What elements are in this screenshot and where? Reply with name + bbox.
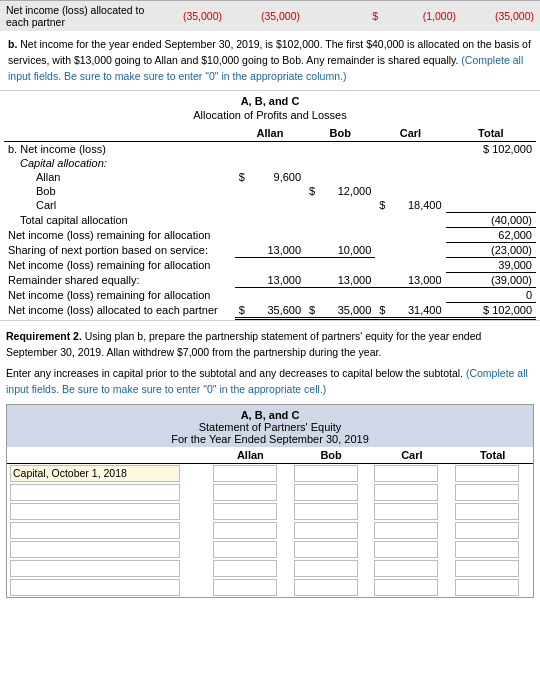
row-allan: 13,000: [235, 272, 305, 287]
edit-total-input[interactable]: [455, 522, 519, 539]
edit-total-cell[interactable]: [452, 521, 533, 540]
edit-allan-cell[interactable]: [210, 483, 291, 502]
edit-allan-input[interactable]: [213, 484, 277, 501]
statement-edit-row[interactable]: [7, 483, 533, 502]
edit-carl-input[interactable]: [374, 503, 438, 520]
table-row: Sharing of next portion based on service…: [4, 242, 536, 257]
enter-note-text: Enter any increases in capital prior to …: [6, 367, 463, 379]
table-row: b. Net income (loss) $ 102,000: [4, 142, 536, 157]
edit-bob-input[interactable]: [294, 541, 358, 558]
edit-total-input[interactable]: [455, 484, 519, 501]
statement-edit-row[interactable]: [7, 559, 533, 578]
stmt-col-total: Total: [452, 447, 533, 464]
edit-allan-cell[interactable]: [210, 502, 291, 521]
edit-label-input[interactable]: [10, 560, 180, 577]
capital-label-input[interactable]: [10, 465, 180, 482]
edit-allan-input[interactable]: [213, 503, 277, 520]
edit-carl-input[interactable]: [374, 579, 438, 596]
statement-edit-row[interactable]: [7, 521, 533, 540]
note-b: b. Net income for the year ended Septemb…: [0, 31, 540, 91]
edit-bob-cell[interactable]: [291, 521, 372, 540]
edit-carl-cell[interactable]: [371, 502, 452, 521]
table-row: Capital allocation:: [4, 156, 536, 170]
table-row: Net income (loss) remaining for allocati…: [4, 227, 536, 242]
edit-label-cell[interactable]: [7, 578, 210, 597]
table-row: Remainder shared equally: 13,000 13,000 …: [4, 272, 536, 287]
statement-edit-row[interactable]: [7, 578, 533, 597]
edit-allan-input[interactable]: [213, 522, 277, 539]
row-carl: $18,400: [375, 198, 445, 212]
edit-bob-input[interactable]: [294, 560, 358, 577]
edit-carl-input[interactable]: [374, 560, 438, 577]
row-total: (39,000): [446, 272, 536, 287]
edit-label-input[interactable]: [10, 484, 180, 501]
row-carl: [375, 142, 445, 157]
row-allan: [235, 227, 305, 242]
edit-label-input[interactable]: [10, 522, 180, 539]
row-total: (23,000): [446, 242, 536, 257]
edit-total-input[interactable]: [455, 541, 519, 558]
edit-total-cell[interactable]: [452, 540, 533, 559]
edit-label-input[interactable]: [10, 541, 180, 558]
statement-capital-row[interactable]: [7, 463, 533, 483]
capital-allan-cell[interactable]: [210, 463, 291, 483]
capital-total-cell[interactable]: [452, 463, 533, 483]
edit-label-cell[interactable]: [7, 483, 210, 502]
edit-bob-input[interactable]: [294, 484, 358, 501]
edit-label-input[interactable]: [10, 579, 180, 596]
edit-carl-cell[interactable]: [371, 540, 452, 559]
statement-edit-row[interactable]: [7, 502, 533, 521]
requirement-2: Requirement 2. Using plan b, prepare the…: [0, 320, 540, 365]
edit-carl-cell[interactable]: [371, 578, 452, 597]
edit-total-cell[interactable]: [452, 502, 533, 521]
statement-edit-row[interactable]: [7, 540, 533, 559]
edit-bob-cell[interactable]: [291, 540, 372, 559]
edit-bob-input[interactable]: [294, 503, 358, 520]
row-bob: [305, 198, 375, 212]
edit-allan-input[interactable]: [213, 560, 277, 577]
statement-title: A, B, and C: [7, 409, 533, 421]
edit-carl-input[interactable]: [374, 522, 438, 539]
edit-allan-cell[interactable]: [210, 540, 291, 559]
edit-total-cell[interactable]: [452, 578, 533, 597]
edit-carl-cell[interactable]: [371, 559, 452, 578]
edit-carl-cell[interactable]: [371, 483, 452, 502]
capital-carl-input[interactable]: [374, 465, 438, 482]
edit-allan-input[interactable]: [213, 541, 277, 558]
row-label: Net income (loss) remaining for allocati…: [4, 257, 235, 272]
edit-carl-input[interactable]: [374, 484, 438, 501]
edit-label-cell[interactable]: [7, 540, 210, 559]
edit-total-input[interactable]: [455, 503, 519, 520]
edit-label-cell[interactable]: [7, 559, 210, 578]
capital-total-input[interactable]: [455, 465, 519, 482]
edit-total-input[interactable]: [455, 560, 519, 577]
edit-label-cell[interactable]: [7, 521, 210, 540]
capital-carl-cell[interactable]: [371, 463, 452, 483]
edit-carl-input[interactable]: [374, 541, 438, 558]
edit-total-input[interactable]: [455, 579, 519, 596]
row-carl: $31,400: [375, 302, 445, 318]
edit-bob-cell[interactable]: [291, 559, 372, 578]
edit-total-cell[interactable]: [452, 559, 533, 578]
edit-label-input[interactable]: [10, 503, 180, 520]
edit-allan-input[interactable]: [213, 579, 277, 596]
capital-bob-input[interactable]: [294, 465, 358, 482]
edit-label-cell[interactable]: [7, 502, 210, 521]
row-bob: 13,000: [305, 272, 375, 287]
edit-total-cell[interactable]: [452, 483, 533, 502]
row-total: (40,000): [446, 212, 536, 227]
stmt-col-allan: Allan: [210, 447, 291, 464]
edit-bob-cell[interactable]: [291, 483, 372, 502]
capital-allan-input[interactable]: [213, 465, 277, 482]
table-row: Allan $9,600: [4, 170, 536, 184]
edit-bob-input[interactable]: [294, 522, 358, 539]
edit-allan-cell[interactable]: [210, 559, 291, 578]
row-label: Net income (loss) remaining for allocati…: [4, 287, 235, 302]
edit-carl-cell[interactable]: [371, 521, 452, 540]
capital-bob-cell[interactable]: [291, 463, 372, 483]
edit-bob-cell[interactable]: [291, 578, 372, 597]
edit-bob-input[interactable]: [294, 579, 358, 596]
edit-allan-cell[interactable]: [210, 521, 291, 540]
edit-allan-cell[interactable]: [210, 578, 291, 597]
edit-bob-cell[interactable]: [291, 502, 372, 521]
